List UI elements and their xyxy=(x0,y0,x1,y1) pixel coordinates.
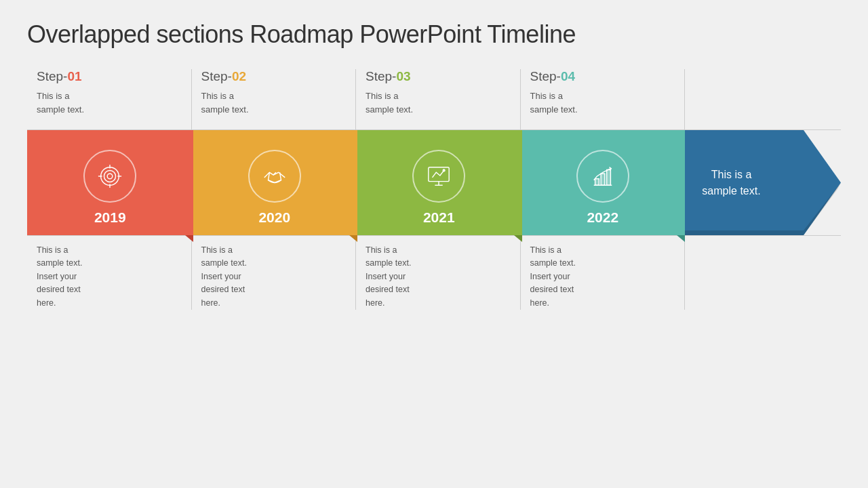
step-top-text-4: This is a sample text. xyxy=(530,89,676,116)
step-block-4: 2022 xyxy=(521,130,686,235)
step-circle-4 xyxy=(576,150,629,203)
timeline-container: Step-01This is a sample text. 2019This i… xyxy=(27,69,841,310)
svg-rect-14 xyxy=(601,174,605,185)
step-top-text-2: This is a sample text. xyxy=(201,89,347,116)
step-bottom-area-2: This is a sample text. Insert your desir… xyxy=(192,235,357,310)
step-label-1: Step-01 xyxy=(37,69,182,84)
timeline-wrapper: Step-01This is a sample text. 2019This i… xyxy=(27,69,841,310)
step-bottom-area-1: This is a sample text. Insert your desir… xyxy=(27,235,192,310)
step-block-1: 2019 xyxy=(27,130,193,235)
step-top-area-2: Step-02This is a sample text. xyxy=(192,69,357,130)
step-label-3: Step-03 xyxy=(366,69,511,84)
svg-rect-15 xyxy=(606,170,610,186)
step-column-2: Step-02This is a sample text. 2020This i… xyxy=(192,69,357,310)
svg-rect-13 xyxy=(595,179,599,186)
step-year-3: 2021 xyxy=(423,209,455,226)
step-column-1: Step-01This is a sample text. 2019This i… xyxy=(27,69,192,310)
step-column-3: Step-03This is a sample text. 2021This i… xyxy=(356,69,521,310)
step-block-3: 2021 xyxy=(356,130,522,235)
svg-point-2 xyxy=(107,174,113,179)
svg-point-0 xyxy=(101,167,119,186)
step-label-4: Step-04 xyxy=(530,69,676,84)
arrow-container: This is a sample text. xyxy=(685,130,841,235)
step-bottom-text-1: This is a sample text. Insert your desir… xyxy=(37,244,182,310)
step-block-2: 2020 xyxy=(192,130,358,235)
step-top-area-1: Step-01This is a sample text. xyxy=(27,69,192,130)
svg-point-11 xyxy=(443,169,445,171)
step-year-2: 2020 xyxy=(258,209,290,226)
step-circle-1 xyxy=(83,150,136,203)
step-top-text-1: This is a sample text. xyxy=(37,89,182,116)
step-bottom-area-3: This is a sample text. Insert your desir… xyxy=(356,235,521,310)
arrow-section: This is a sample text. xyxy=(685,69,841,310)
step-label-2: Step-02 xyxy=(201,69,347,84)
step-bottom-text-2: This is a sample text. Insert your desir… xyxy=(201,244,347,310)
step-bottom-text-4: This is a sample text. Insert your desir… xyxy=(530,244,676,310)
step-year-4: 2022 xyxy=(587,209,618,226)
step-bottom-area-4: This is a sample text. Insert your desir… xyxy=(521,235,686,310)
step-top-area-4: Step-04This is a sample text. xyxy=(521,69,686,130)
arrow-text: This is a sample text. xyxy=(685,167,804,199)
step-top-text-3: This is a sample text. xyxy=(366,89,511,116)
step-circle-2 xyxy=(248,150,301,203)
step-top-area-3: Step-03This is a sample text. xyxy=(356,69,521,130)
slide-title: Overlapped sections Roadmap PowerPoint T… xyxy=(27,20,841,49)
step-circle-3 xyxy=(412,150,465,203)
svg-point-1 xyxy=(104,170,116,182)
step-column-4: Step-04This is a sample text. 2022This i… xyxy=(521,69,686,310)
step-bottom-text-3: This is a sample text. Insert your desir… xyxy=(366,244,511,310)
step-year-1: 2019 xyxy=(94,209,126,226)
